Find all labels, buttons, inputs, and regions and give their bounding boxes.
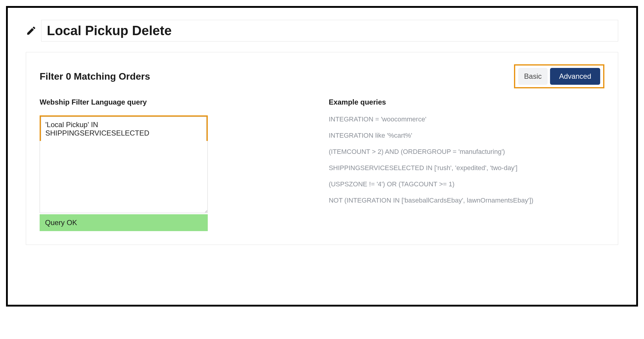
edit-icon[interactable] <box>26 25 37 36</box>
basic-button[interactable]: Basic <box>518 68 548 85</box>
filter-panel: Filter 0 Matching Orders Basic Advanced … <box>26 52 618 245</box>
example-item: NOT (INTEGRATION IN ['baseballCardsEbay'… <box>329 197 604 204</box>
example-item: INTEGRATION like '%cart%' <box>329 132 604 139</box>
examples-label: Example queries <box>329 98 604 106</box>
panel-header: Filter 0 Matching Orders Basic Advanced <box>40 64 604 88</box>
mode-toggle-highlight: Basic Advanced <box>514 64 604 88</box>
example-item: INTEGRATION = 'woocommerce' <box>329 115 604 123</box>
filter-heading: Filter 0 Matching Orders <box>40 71 150 82</box>
query-label: Webship Filter Language query <box>40 98 311 106</box>
query-textarea[interactable] <box>40 141 208 213</box>
query-text-line: 'Local Pickup' IN SHIPPINGSERVICESELECTE… <box>41 117 207 141</box>
examples-column: Example queries INTEGRATION = 'woocommer… <box>329 98 604 231</box>
query-textarea-container: 'Local Pickup' IN SHIPPINGSERVICESELECTE… <box>40 115 208 214</box>
panel-columns: Webship Filter Language query 'Local Pic… <box>40 98 604 231</box>
app-frame: Filter 0 Matching Orders Basic Advanced … <box>6 6 638 307</box>
query-status: Query OK <box>40 214 208 231</box>
rule-title-input[interactable] <box>41 20 618 41</box>
example-item: (ITEMCOUNT > 2) AND (ORDERGROUP = 'manuf… <box>329 148 604 156</box>
examples-list: INTEGRATION = 'woocommerce' INTEGRATION … <box>329 115 604 204</box>
title-row <box>26 20 618 41</box>
query-highlight-box: 'Local Pickup' IN SHIPPINGSERVICESELECTE… <box>40 115 208 142</box>
example-item: (USPSZONE != '4') OR (TAGCOUNT >= 1) <box>329 180 604 188</box>
advanced-button[interactable]: Advanced <box>550 68 600 85</box>
query-column: Webship Filter Language query 'Local Pic… <box>40 98 311 231</box>
example-item: SHIPPINGSERVICESELECTED IN ['rush', 'exp… <box>329 164 604 172</box>
